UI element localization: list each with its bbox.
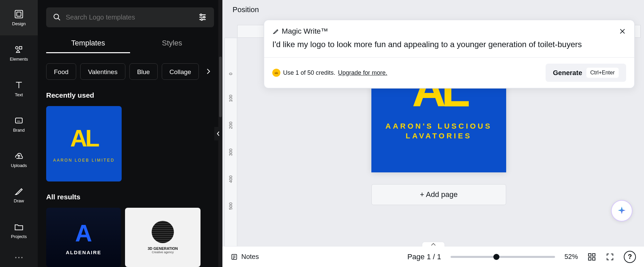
- generate-label: Generate: [553, 69, 582, 77]
- notes-button[interactable]: Notes: [231, 253, 259, 261]
- all-results-heading: All results: [46, 193, 222, 201]
- crown-glyph-icon: [274, 70, 279, 75]
- sidebar-label-draw: Draw: [14, 198, 24, 203]
- grid-view-icon[interactable]: [587, 253, 596, 261]
- results-grid: A ALDENAIRE 3D GENERATION Creative agenc…: [46, 208, 214, 267]
- sphere-icon: [152, 221, 174, 243]
- svg-point-8: [21, 257, 23, 258]
- template-card-aldenaire[interactable]: A ALDENAIRE: [46, 208, 121, 267]
- recent-grid: AL AARON LOEB LIMITED: [46, 106, 214, 181]
- magic-write-header: Magic Write™: [264, 20, 634, 40]
- panel-scroll-thumb[interactable]: [219, 57, 222, 117]
- chevron-up-icon: [431, 243, 436, 246]
- panel-collapse-handle[interactable]: [214, 127, 222, 140]
- chip-blue[interactable]: Blue: [129, 63, 158, 80]
- ruler-v-tick: 200: [228, 122, 233, 129]
- template-card-3d-generation[interactable]: 3D GENERATION Creative agency: [125, 208, 201, 267]
- ruler-v-tick: 300: [228, 148, 233, 156]
- template-card-recent[interactable]: AL AARON LOEB LIMITED: [46, 106, 122, 181]
- sparkle-icon: [617, 206, 627, 216]
- page-indicator: Page 1 / 1: [407, 253, 441, 261]
- sidebar-item-design[interactable]: Design: [0, 0, 38, 35]
- page-drawer-handle[interactable]: [422, 242, 445, 246]
- svg-text:co.: co.: [17, 120, 21, 123]
- pen-icon: [272, 28, 279, 35]
- svg-point-7: [18, 257, 20, 258]
- tab-styles[interactable]: Styles: [130, 34, 214, 53]
- left-sidebar: Design Elements Text co. Brand Uploads D…: [0, 0, 38, 267]
- sidebar-label-elements: Elements: [10, 57, 28, 62]
- search-icon: [53, 13, 61, 21]
- position-button[interactable]: Position: [233, 5, 259, 14]
- zoom-slider[interactable]: [451, 256, 555, 258]
- chip-food[interactable]: Food: [46, 63, 76, 80]
- svg-rect-16: [588, 258, 591, 260]
- design-icon: [14, 9, 24, 19]
- chips-scroll-right-icon[interactable]: [204, 67, 212, 75]
- canvas-area: Position 0 100 200 300 400 500 0 100 200…: [222, 0, 644, 257]
- tab-templates[interactable]: Templates: [46, 34, 130, 53]
- recently-used-heading: Recently used: [46, 91, 222, 99]
- svg-point-10: [200, 14, 202, 16]
- generate-shortcut: Ctrl+Enter: [586, 68, 619, 78]
- chip-valentines[interactable]: Valentines: [80, 63, 125, 80]
- ruler-v-tick: 100: [228, 95, 233, 102]
- logo-line1: AARON'S LUSCIOUS: [386, 122, 492, 130]
- svg-rect-0: [15, 10, 23, 18]
- magic-write-title-text: Magic Write™: [282, 27, 328, 36]
- template-logo-subtext: AARON LOEB LIMITED: [53, 158, 115, 163]
- svg-rect-17: [592, 258, 595, 260]
- svg-point-12: [201, 19, 203, 21]
- bottom-bar: Notes Page 1 / 1 52% ?: [222, 246, 644, 267]
- filter-icon[interactable]: [198, 12, 207, 22]
- sidebar-item-uploads[interactable]: Uploads: [0, 142, 38, 177]
- chevron-left-icon: [217, 131, 220, 136]
- logo-subtitle[interactable]: AARON'S LUSCIOUS LAVATORIES: [386, 122, 492, 141]
- generate-group: Generate Ctrl+Enter: [546, 64, 626, 82]
- sidebar-item-elements[interactable]: Elements: [0, 35, 38, 71]
- close-icon[interactable]: [619, 28, 626, 35]
- upgrade-link[interactable]: Upgrade for more.: [338, 69, 387, 76]
- magic-write-footer: Use 1 of 50 credits. Upgrade for more. G…: [264, 57, 634, 88]
- templates-panel: Templates Styles Food Valentines Blue Co…: [38, 0, 222, 267]
- ruler-v-tick: 400: [228, 175, 233, 183]
- draw-icon: [14, 186, 24, 196]
- zoom-percent-button[interactable]: 52%: [564, 253, 578, 261]
- sidebar-item-draw[interactable]: Draw: [0, 177, 38, 212]
- uploads-icon: [14, 151, 24, 161]
- more-dots-icon: [14, 256, 24, 260]
- svg-point-6: [15, 257, 17, 258]
- aldenaire-name: ALDENAIRE: [66, 249, 101, 255]
- add-page-button[interactable]: + Add page: [371, 184, 506, 205]
- help-button[interactable]: ?: [624, 251, 636, 263]
- panel-tabs: Templates Styles: [46, 34, 214, 53]
- assistant-fab[interactable]: [611, 200, 633, 222]
- svg-point-2: [16, 47, 18, 49]
- svg-rect-14: [588, 254, 591, 256]
- notes-label: Notes: [241, 253, 259, 261]
- zoom-slider-thumb[interactable]: [493, 254, 499, 260]
- credits-info: Use 1 of 50 credits. Upgrade for more.: [272, 69, 387, 77]
- ruler-v-tick: 500: [228, 202, 233, 210]
- sidebar-item-brand[interactable]: co. Brand: [0, 106, 38, 142]
- sidebar-label-projects: Projects: [11, 234, 27, 239]
- search-input[interactable]: [66, 13, 193, 21]
- text-icon: [14, 80, 24, 90]
- ruler-vertical: 0 100 200 300 400 500: [224, 38, 237, 253]
- magic-write-panel: Magic Write™ I'd like my logo to look mo…: [264, 20, 635, 89]
- sidebar-label-text: Text: [15, 92, 23, 97]
- brand-icon: co.: [14, 115, 24, 126]
- crown-icon: [272, 69, 280, 77]
- sidebar-item-text[interactable]: Text: [0, 71, 38, 106]
- sidebar-label-uploads: Uploads: [11, 163, 27, 168]
- sidebar-label-design: Design: [12, 21, 26, 26]
- sidebar-item-projects[interactable]: Projects: [0, 212, 38, 248]
- generate-button[interactable]: Generate Ctrl+Enter: [546, 64, 626, 82]
- result2-title: 3D GENERATION: [148, 246, 178, 251]
- chip-collage[interactable]: Collage: [162, 63, 199, 80]
- aldenaire-glyph: A: [75, 220, 92, 247]
- sidebar-more-button[interactable]: [0, 248, 38, 267]
- notes-icon: [231, 253, 238, 261]
- magic-write-prompt[interactable]: I'd like my logo to look more fun and ap…: [264, 40, 634, 57]
- fullscreen-icon[interactable]: [606, 253, 614, 261]
